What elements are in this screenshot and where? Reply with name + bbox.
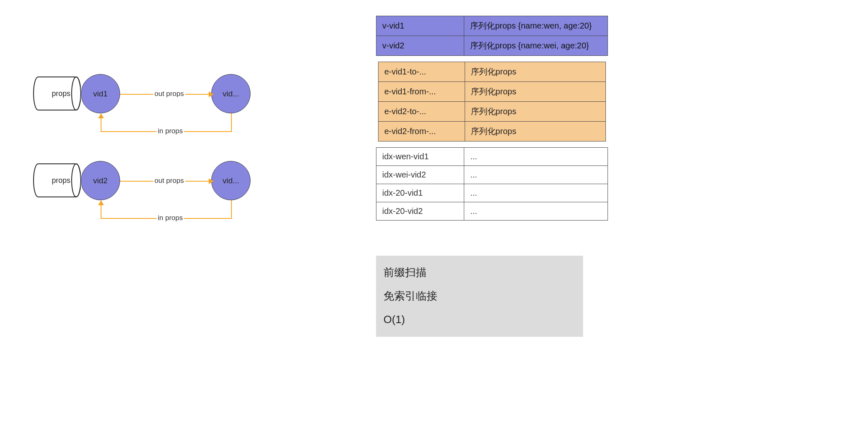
table-row: e-vid1-to-...序列化props <box>379 62 606 82</box>
cell-val: ... <box>464 184 608 202</box>
arrowhead-up-icon <box>98 200 104 205</box>
cell-val: 序列化props {name:wen, age:20} <box>464 16 608 36</box>
vertex-table: v-vid1序列化props {name:wen, age:20} v-vid2… <box>376 16 608 56</box>
cell-key: e-vid2-to-... <box>379 102 465 122</box>
cell-key: e-vid1-to-... <box>379 62 465 82</box>
table-row: v-vid1序列化props {name:wen, age:20} <box>376 16 608 36</box>
in-edge-line <box>231 200 232 219</box>
index-table: idx-wen-vid1... idx-wei-vid2... idx-20-v… <box>376 147 608 221</box>
cell-key: idx-wei-vid2 <box>376 166 464 184</box>
props-label: props <box>52 89 70 98</box>
graph-node-vid1: vid1 <box>81 74 120 113</box>
edge-table: e-vid1-to-...序列化props e-vid1-from-...序列化… <box>378 62 606 141</box>
node-label: vid... <box>222 176 239 185</box>
graph-node-vid2: vid2 <box>81 161 120 200</box>
in-edge-label: in props <box>157 214 184 222</box>
props-label: props <box>52 176 70 185</box>
graph-block-2: props vid2 vid... out props in props <box>33 159 323 242</box>
note-line: O(1) <box>383 308 576 331</box>
node-label: vid... <box>222 89 239 98</box>
node-label: vid2 <box>93 176 108 185</box>
note-line: 前缀扫描 <box>383 261 576 284</box>
cell-key: e-vid1-from-... <box>379 82 465 102</box>
table-row: idx-wei-vid2... <box>376 166 608 184</box>
out-edge-label: out props <box>153 90 185 98</box>
table-row: e-vid2-from-...序列化props <box>379 122 606 141</box>
table-row: idx-20-vid2... <box>376 202 608 221</box>
cell-key: e-vid2-from-... <box>379 122 465 141</box>
cell-val: 序列化props <box>465 102 605 122</box>
graph-block-1: props vid1 vid... out props in props <box>33 72 323 155</box>
graph-panel: props vid1 vid... out props in props pro… <box>33 72 323 246</box>
cell-val: ... <box>464 148 608 166</box>
table-row: e-vid2-to-...序列化props <box>379 102 606 122</box>
arrowhead-up-icon <box>98 113 104 118</box>
cell-key: idx-wen-vid1 <box>376 148 464 166</box>
cell-val: ... <box>464 166 608 184</box>
tables-panel: v-vid1序列化props {name:wen, age:20} v-vid2… <box>376 16 608 226</box>
in-edge-label: in props <box>157 127 184 135</box>
arrowhead-right-icon <box>209 178 214 184</box>
notes-box: 前缀扫描 免索引临接 O(1) <box>376 256 583 337</box>
in-edge-line <box>101 204 101 219</box>
table-row: e-vid1-from-...序列化props <box>379 82 606 102</box>
cell-val: ... <box>464 202 608 221</box>
in-edge-line <box>101 117 101 132</box>
cylinder-icon: props <box>33 77 81 110</box>
arrowhead-right-icon <box>209 91 214 97</box>
graph-node-vid-ellipsis: vid... <box>211 161 251 200</box>
table-row: v-vid2序列化props {name:wei, age:20} <box>376 36 608 56</box>
cell-key: v-vid1 <box>376 16 464 36</box>
note-line: 免索引临接 <box>383 284 576 308</box>
cell-val: 序列化props <box>465 62 605 82</box>
cell-val: 序列化props <box>465 82 605 102</box>
cell-key: idx-20-vid1 <box>376 184 464 202</box>
cell-key: idx-20-vid2 <box>376 202 464 221</box>
cylinder-icon: props <box>33 163 81 197</box>
out-edge-label: out props <box>153 177 185 185</box>
node-label: vid1 <box>93 89 108 98</box>
cell-val: 序列化props {name:wei, age:20} <box>464 36 608 56</box>
table-row: idx-wen-vid1... <box>376 148 608 166</box>
graph-node-vid-ellipsis: vid... <box>211 74 251 113</box>
cell-key: v-vid2 <box>376 36 464 56</box>
in-edge-line <box>231 113 232 132</box>
table-row: idx-20-vid1... <box>376 184 608 202</box>
cell-val: 序列化props <box>465 122 605 141</box>
